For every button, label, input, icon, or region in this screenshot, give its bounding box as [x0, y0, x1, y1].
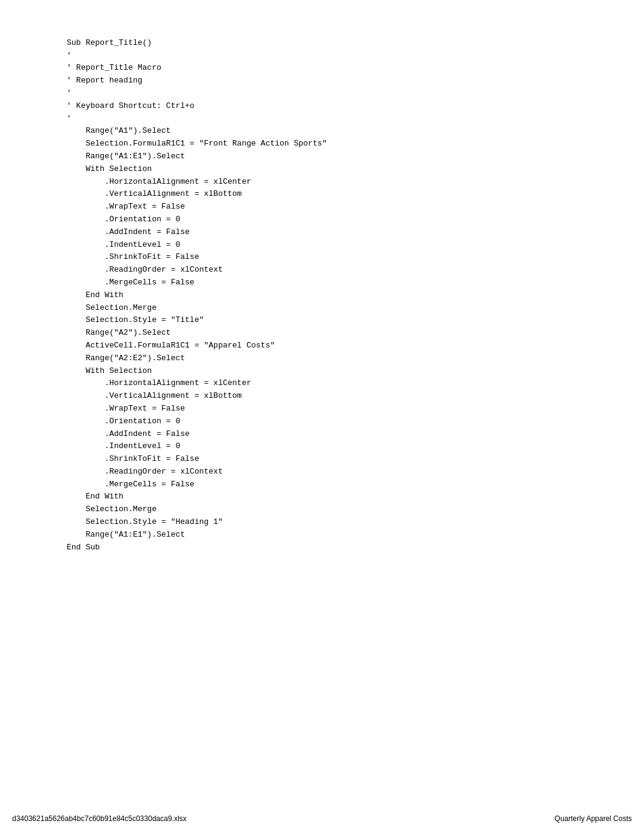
code-line: Selection.Merge: [67, 302, 644, 315]
code-line: ': [67, 50, 644, 62]
code-line: .IndentLevel = 0: [67, 239, 644, 252]
code-line: .AddIndent = False: [67, 226, 644, 239]
code-line: .ShrinkToFit = False: [67, 453, 644, 466]
code-line: Range("A1").Select: [67, 125, 644, 138]
code-line: .Orientation = 0: [67, 213, 644, 226]
code-line: Range("A2:E2").Select: [67, 352, 644, 365]
code-line: ': [67, 87, 644, 100]
code-line: ' Report_Title Macro: [67, 62, 644, 75]
code-line: .HorizontalAlignment = xlCenter: [67, 377, 644, 390]
code-line: With Selection: [67, 163, 644, 176]
code-line: Selection.FormulaR1C1 = "Front Range Act…: [67, 138, 644, 150]
code-line: .WrapText = False: [67, 201, 644, 213]
code-line: End With: [67, 289, 644, 302]
code-line: .VerticalAlignment = xlBottom: [67, 390, 644, 403]
code-line: Range("A1:E1").Select: [67, 150, 644, 163]
code-line: Selection.Style = "Heading 1": [67, 516, 644, 529]
code-line: .IndentLevel = 0: [67, 440, 644, 453]
code-line: .MergeCells = False: [67, 277, 644, 289]
code-line: .HorizontalAlignment = xlCenter: [67, 176, 644, 189]
code-line: .Orientation = 0: [67, 415, 644, 428]
code-line: Selection.Merge: [67, 503, 644, 516]
code-line: .AddIndent = False: [67, 428, 644, 441]
code-editor: Sub Report_Title()'' Report_Title Macro'…: [0, 0, 644, 578]
code-line: ': [67, 113, 644, 126]
code-line: Sub Report_Title(): [67, 37, 644, 50]
footer: d3403621a5626ab4bc7c60b91e84c5c0330daca9…: [0, 814, 644, 823]
code-line: .VerticalAlignment = xlBottom: [67, 188, 644, 201]
code-line: End With: [67, 491, 644, 503]
code-line: ' Report heading: [67, 75, 644, 87]
code-line: .ShrinkToFit = False: [67, 251, 644, 264]
footer-title: Quarterly Apparel Costs: [555, 814, 632, 823]
code-line: .MergeCells = False: [67, 478, 644, 491]
code-line: ActiveCell.FormulaR1C1 = "Apparel Costs": [67, 340, 644, 352]
code-line: Selection.Style = "Title": [67, 314, 644, 327]
code-line: With Selection: [67, 365, 644, 378]
code-line: End Sub: [67, 542, 644, 554]
code-line: ' Keyboard Shortcut: Ctrl+o: [67, 100, 644, 113]
code-line: .ReadingOrder = xlContext: [67, 466, 644, 478]
code-line: Range("A2").Select: [67, 327, 644, 340]
code-line: .ReadingOrder = xlContext: [67, 264, 644, 277]
code-line: Range("A1:E1").Select: [67, 529, 644, 542]
code-line: .WrapText = False: [67, 403, 644, 415]
footer-filename: d3403621a5626ab4bc7c60b91e84c5c0330daca9…: [12, 814, 187, 823]
